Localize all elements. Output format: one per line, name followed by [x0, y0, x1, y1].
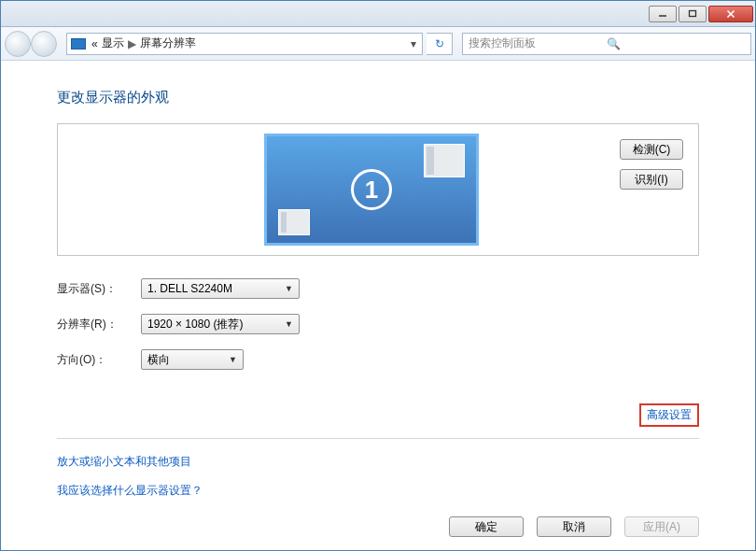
close-icon	[726, 9, 735, 19]
chevron-down-icon: ▼	[285, 319, 293, 329]
help-links: 放大或缩小文本和其他项目 我应该选择什么显示器设置？	[57, 454, 699, 499]
refresh-button[interactable]: ↻	[427, 33, 453, 55]
chevron-down-icon: ▼	[229, 355, 237, 364]
svg-rect-1	[690, 10, 696, 16]
chevron-down-icon: ▼	[285, 284, 293, 293]
forward-button[interactable]	[31, 31, 57, 57]
orientation-label: 方向(O)：	[57, 352, 141, 368]
ok-button[interactable]: 确定	[449, 516, 524, 537]
minimize-icon	[658, 9, 667, 19]
address-dropdown-icon[interactable]: ▾	[405, 37, 422, 50]
display-preview-box: 1 检测(C) 识别(I)	[57, 123, 699, 256]
settings-form: 显示器(S)： 1. DELL S2240M ▼ 分辨率(R)： 1920 × …	[57, 278, 699, 370]
refresh-icon: ↻	[435, 37, 444, 50]
breadcrumb-prefix: «	[91, 37, 98, 50]
tertiary-monitor-icon[interactable]	[278, 209, 310, 235]
orientation-select[interactable]: 横向 ▼	[141, 349, 244, 370]
back-button[interactable]	[5, 31, 31, 57]
footer-buttons: 确定 取消 应用(A)	[449, 516, 699, 537]
nav-buttons	[5, 31, 57, 57]
close-button[interactable]	[708, 6, 753, 22]
preview-side-buttons: 检测(C) 识别(I)	[620, 134, 689, 190]
text-size-link[interactable]: 放大或缩小文本和其他项目	[57, 454, 699, 470]
identify-button[interactable]: 识别(I)	[620, 169, 683, 190]
advanced-link-row: 高级设置	[57, 389, 699, 439]
resolution-select[interactable]: 1920 × 1080 (推荐) ▼	[141, 314, 300, 334]
minimize-button[interactable]	[649, 6, 677, 22]
display-value: 1. DELL S2240M	[147, 282, 232, 295]
maximize-button[interactable]	[679, 6, 707, 22]
orientation-value: 横向	[147, 352, 170, 368]
breadcrumb-display[interactable]: 显示	[102, 35, 124, 51]
secondary-monitor-icon[interactable]	[424, 144, 465, 177]
content-area: 更改显示器的外观 1 检测(C) 识别(I) 显示器(S)： 1. DELL S…	[1, 61, 755, 517]
breadcrumb-resolution[interactable]: 屏幕分辨率	[140, 35, 196, 51]
display-select[interactable]: 1. DELL S2240M ▼	[141, 278, 300, 299]
search-icon: 🔍	[607, 37, 745, 50]
resolution-label: 分辨率(R)：	[57, 317, 141, 332]
breadcrumb-sep: ▶	[124, 37, 140, 50]
search-input[interactable]: 搜索控制面板 🔍	[462, 33, 751, 55]
resolution-value: 1920 × 1080 (推荐)	[147, 317, 243, 332]
primary-monitor-badge[interactable]: 1	[351, 169, 392, 210]
monitor-number: 1	[365, 176, 378, 205]
window: « 显示 ▶ 屏幕分辨率 ▾ ↻ 搜索控制面板 🔍 更改显示器的外观 1 检测(…	[0, 0, 756, 551]
navbar: « 显示 ▶ 屏幕分辨率 ▾ ↻ 搜索控制面板 🔍	[1, 27, 755, 61]
detect-button[interactable]: 检测(C)	[620, 139, 683, 160]
advanced-settings-link[interactable]: 高级设置	[639, 403, 699, 427]
search-placeholder: 搜索控制面板	[469, 35, 607, 51]
apply-button[interactable]: 应用(A)	[624, 516, 699, 537]
page-title: 更改显示器的外观	[57, 89, 699, 106]
maximize-icon	[688, 9, 697, 19]
titlebar	[1, 1, 755, 27]
control-panel-icon	[71, 38, 86, 49]
cancel-button[interactable]: 取消	[537, 516, 611, 537]
which-display-link[interactable]: 我应该选择什么显示器设置？	[57, 483, 699, 499]
display-preview[interactable]: 1	[264, 134, 479, 246]
address-bar[interactable]: « 显示 ▶ 屏幕分辨率 ▾	[66, 33, 423, 55]
display-label: 显示器(S)：	[57, 281, 141, 297]
